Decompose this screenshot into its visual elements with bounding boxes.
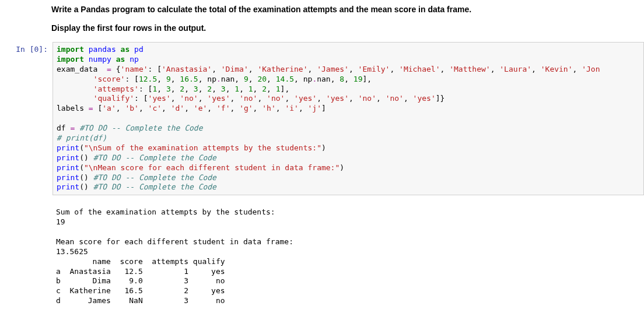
output-table-header: name score attempts qualify: [56, 257, 225, 266]
str: 'yes': [148, 94, 171, 103]
alias-np: np: [130, 55, 139, 64]
output-line: 19: [56, 217, 65, 226]
str: 'd': [171, 104, 184, 112]
colon-bracket: : [: [139, 85, 152, 93]
num: 3: [221, 85, 226, 93]
num: 2: [180, 85, 184, 93]
str: 'i': [285, 104, 298, 112]
num: 8: [340, 75, 344, 83]
num: 14.5: [276, 75, 294, 83]
colon-bracket: : [: [134, 94, 148, 103]
str: 'no': [180, 94, 198, 103]
str: 'h': [262, 104, 275, 112]
num: 3: [166, 85, 171, 93]
comment-todo: #TO DO -- Complete the Code: [93, 182, 216, 191]
str: 'Matthew': [449, 65, 490, 73]
comment-todo: #TO DO -- Complete the Code: [93, 173, 216, 182]
str: 'James': [317, 65, 349, 73]
np: np: [303, 75, 313, 83]
key-qualify: 'qualify': [93, 94, 134, 103]
str: 'Anastasia': [162, 65, 212, 73]
bracket-open: [: [93, 104, 103, 112]
str: 'no': [267, 94, 285, 103]
np: np: [207, 75, 216, 83]
output-table-row: d James NaN 3 no: [56, 296, 225, 305]
paren-open: (: [79, 143, 84, 152]
str: 'yes': [413, 94, 436, 103]
output-line: Sum of the examination attempts by the s…: [56, 208, 275, 216]
num: 2: [207, 85, 212, 93]
comment-todo: #TO DO -- Complete the Code: [93, 153, 216, 162]
output-line: Mean score for each different student in…: [56, 237, 293, 246]
paren-empty: (): [79, 182, 93, 191]
dot: .: [216, 75, 221, 83]
fn-print: print: [57, 143, 79, 152]
str: 'no': [386, 94, 404, 103]
heading-2: Display the first four rows in the outpu…: [51, 23, 632, 33]
input-prompt: In [0]:: [0, 42, 52, 54]
comment-printdf: # print(df): [57, 133, 107, 142]
num: 12.5: [139, 75, 157, 83]
paren-open: (: [79, 163, 84, 172]
op-assign: =: [89, 104, 93, 112]
indent: [57, 85, 93, 93]
str: 'g': [239, 104, 253, 112]
brace-open: {: [111, 65, 121, 73]
colon-bracket: : [: [125, 75, 138, 83]
paren-close: ): [321, 143, 326, 152]
markdown-cell: Write a Pandas program to calculate the …: [51, 5, 632, 33]
output-table-row: b Dima 9.0 3 no: [56, 276, 225, 285]
alias-pd: pd: [134, 45, 144, 54]
fn-print: print: [57, 163, 79, 172]
output-line: 13.5625: [56, 247, 88, 256]
num: 1: [276, 85, 281, 93]
kw-import: import: [57, 55, 84, 64]
str: 'Laura': [499, 65, 531, 73]
paren-close: ): [340, 163, 344, 172]
code-output: Sum of the examination attempts by the s…: [52, 195, 644, 308]
var-df: df: [57, 124, 70, 132]
bracket-close: ],: [362, 75, 372, 83]
kw-import: import: [57, 45, 84, 54]
code-input[interactable]: import pandas as pd import numpy as np e…: [52, 42, 644, 195]
str: 'Emily': [358, 65, 390, 73]
kw-as: as: [121, 45, 130, 54]
kw-as: as: [116, 55, 125, 64]
str: 'f': [216, 104, 230, 112]
str: 'no': [358, 94, 376, 103]
num: 1: [249, 85, 253, 93]
str: 'b': [125, 104, 138, 112]
str: "\nMean score for each different student…: [84, 163, 340, 172]
str: 'a': [102, 104, 116, 112]
fn-print: print: [57, 153, 79, 162]
num: 9: [244, 75, 249, 83]
num: 16.5: [180, 75, 198, 83]
indent: [57, 94, 93, 103]
num: 1: [235, 85, 239, 93]
str: 'Michael': [399, 65, 440, 73]
num: 9: [166, 75, 171, 83]
str: 'j': [308, 104, 321, 112]
num: 1: [152, 85, 157, 93]
num: 2: [262, 85, 267, 93]
mod-pandas: pandas: [89, 45, 116, 54]
output-table-row: c Katherine 16.5 2 yes: [56, 286, 225, 295]
str: 'Katherine': [257, 65, 307, 73]
var-exam-data: exam_data: [57, 65, 107, 73]
str: 'no': [239, 94, 257, 103]
str: 'yes': [207, 94, 230, 103]
op-assign: =: [107, 65, 111, 73]
indent: [57, 75, 93, 83]
str: 'c': [148, 104, 162, 112]
brace-close: ]}: [436, 94, 445, 103]
str: 'Kevin': [541, 65, 573, 73]
str: 'Dima': [221, 65, 249, 73]
output-table-row: a Anastasia 12.5 1 yes: [56, 267, 225, 276]
num: 3: [194, 85, 198, 93]
paren-empty: (): [79, 153, 93, 162]
bracket-close: ],: [281, 85, 290, 93]
heading-1: Write a Pandas program to calculate the …: [51, 5, 632, 14]
mod-numpy: numpy: [89, 55, 111, 64]
num: 19: [354, 75, 363, 83]
comment-todo: #TO DO -- Complete the Code: [75, 124, 202, 132]
